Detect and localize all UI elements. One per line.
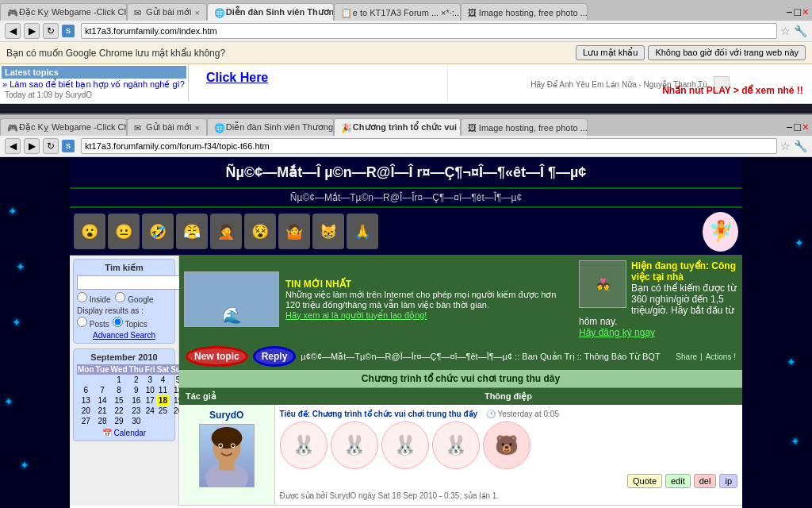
url-input-1[interactable] [81, 23, 777, 39]
maximize-btn-2[interactable]: □ [794, 121, 800, 133]
reload-btn-1[interactable]: ↻ [43, 23, 59, 39]
search-options: Inside Google Display results as : [77, 292, 171, 329]
cal-mon: Mon [77, 364, 95, 375]
advanced-search-link[interactable]: Advanced Search [77, 331, 171, 340]
never-save-btn[interactable]: Không bao giờ đối với trang web này [648, 45, 806, 60]
tab-1-send[interactable]: ✉ Gửi bài mới × [127, 3, 207, 21]
svg-rect-2 [219, 461, 234, 471]
message-cell: Tiêu đề: Chương trình tổ chức vui chơi t… [274, 405, 742, 506]
post-time: 🕐 Yesterday at 0:05 [486, 410, 559, 418]
tab-2-webcam[interactable]: 🎮 Đặc Kỵ Webgame -Click Ch... × [0, 118, 127, 136]
forward-btn-1[interactable]: ▶ [24, 23, 40, 39]
tab-2-forum[interactable]: 🌐 Diễn đàn Sinh viên Thương ... × [207, 118, 334, 136]
emoticon-6: 😵 [244, 214, 276, 249]
calendar-table: Mon Tue Wed Thu Fri Sat Sun [77, 364, 186, 426]
notification-text: Bạn có muốn Google Chrome lưu mật khẩu k… [6, 48, 225, 59]
bookmark-star-2[interactable]: ☆ [780, 140, 791, 152]
tab-1-forum-favicon: 🌐 [214, 8, 224, 17]
calendar-footer[interactable]: 📅 Calendar [77, 429, 171, 437]
url-input-2[interactable] [81, 138, 777, 154]
forum-area: Ñµ©¢—Mắt—Î µ©n—R@Î—Î r¤—Ç¶¬¤Î—¶«êt—Î ¶—µ… [70, 157, 742, 508]
special-emoticon: 🧚 [703, 212, 738, 252]
click-here-link[interactable]: Click Here [206, 71, 268, 85]
close-btn-1[interactable]: × [802, 6, 809, 18]
search-google-label: Google [115, 292, 153, 304]
bookmark-star-1[interactable]: ☆ [780, 25, 791, 37]
ip-btn[interactable]: ip [719, 474, 737, 488]
cal-thu: Thu [128, 364, 144, 375]
left-column: Tìm kiếm Go Inside [70, 256, 179, 506]
ad-body: Những việc làm mới trên Internet cho phé… [285, 290, 573, 310]
emoticon-5: 🤦 [210, 214, 242, 249]
back-btn-1[interactable]: ◀ [5, 23, 21, 39]
quote-btn[interactable]: Quote [627, 474, 662, 488]
emoticon-3: 🤣 [142, 214, 174, 249]
wrench-icon-1[interactable]: 🔧 [794, 25, 807, 37]
back-btn-2[interactable]: ◀ [5, 138, 21, 154]
tab-1-forum[interactable]: 🌐 Diễn đàn Sinh viên Thương ... × [207, 3, 334, 21]
svg-point-6 [219, 444, 222, 447]
star-3: ✦ [12, 316, 21, 329]
edit-btn[interactable]: edit [665, 474, 691, 488]
forward-btn-2[interactable]: ▶ [24, 138, 40, 154]
tab-bar-1: 🎮 Đặc Kỵ Webgame -Click Ch... × ✉ Gửi bà… [0, 0, 812, 21]
address-bar-1: ◀ ▶ ↻ S ☆ 🔧 [0, 21, 812, 42]
minimize-btn-1[interactable]: − [786, 6, 792, 18]
posts-label: Posts [77, 317, 109, 329]
star-8: ✦ [791, 435, 800, 448]
col-author: Tác giả [179, 388, 274, 405]
emoticon-1: 😮 [74, 214, 105, 249]
top-ad-text: Nhấn nút PLAY > để xem nhé !! [662, 85, 803, 96]
emoticons-row: 😮 😐 🤣 😤 🤦 😵 🤷 😸 🙏 🧚 [70, 208, 742, 256]
new-topic-btn[interactable]: New topic [186, 346, 248, 367]
tab-1-kt17-favicon: 📋 [341, 8, 350, 17]
tab-2-chuongtrinh[interactable]: 🎉 Chương trình tổ chức vui c... × [334, 118, 461, 136]
share-actions: Share | Actions ! [676, 352, 736, 361]
latest-topic-item[interactable]: » Làm sao để biết bạn hợp vố ngành nghề … [2, 79, 186, 90]
share-link[interactable]: Share [676, 352, 697, 361]
sticker-5: 🐻 [483, 421, 530, 469]
star-7: ✦ [787, 356, 796, 368]
ad-banner: 🌊 TIN MỚI NHẤT Những việc làm mới trên I… [179, 256, 742, 343]
author-name: SurydO [184, 410, 270, 421]
sticker-2: 🐰 [331, 421, 378, 469]
wrench-icon-2[interactable]: 🔧 [794, 140, 807, 152]
tab-2-image[interactable]: 🖼 Image hosting, free photo ... × [461, 118, 588, 136]
star-4: ✦ [4, 395, 13, 408]
close-btn-2[interactable]: × [802, 121, 809, 133]
svg-point-7 [232, 444, 235, 447]
forum-subtitle: Ñµ©¢—Mắt—Tµ©n—R@Î—Îr¤—Ç¶—¤î—¶êt—Î¶—µ¢ [70, 189, 742, 208]
tab-1-send-close[interactable]: × [194, 8, 199, 17]
col-message: Thông điệp [274, 388, 742, 405]
save-password-btn[interactable]: Lưu mật khẩu [576, 45, 645, 60]
search-row: Go [77, 275, 171, 290]
tab-1-image-favicon: 🖼 [468, 8, 477, 17]
display-topics-radio[interactable] [113, 317, 123, 327]
calendar-box: September 2010 Mon Tue Wed Thu Fri Sat S… [73, 348, 175, 441]
tab-2-send-close[interactable]: × [194, 123, 199, 133]
ad-image: 🌊 [184, 271, 279, 327]
star-2: ✦ [16, 260, 25, 273]
del-btn[interactable]: del [694, 474, 717, 488]
emoticon-2: 😐 [108, 214, 140, 249]
display-posts-radio[interactable] [77, 317, 87, 327]
ad-link[interactable]: Hãy xem ai là người tuyển lao động! [285, 310, 573, 321]
star-5: ✦ [20, 459, 29, 471]
tab-2-send[interactable]: ✉ Gửi bài mới × [127, 118, 207, 136]
reload-btn-2[interactable]: ↻ [43, 138, 59, 154]
tab-1-webcam[interactable]: 🎮 Đặc Kỵ Webgame -Click Ch... × [0, 3, 127, 21]
search-google-radio[interactable] [115, 292, 125, 302]
reply-btn[interactable]: Reply [253, 346, 297, 367]
actions-link[interactable]: Actions ! [706, 352, 736, 361]
cal-fri: Fri [144, 364, 156, 375]
ad-right-link[interactable]: Hãy đăng ký ngay [579, 327, 737, 338]
ad-title: TIN MỚI NHẤT [285, 279, 573, 290]
search-title: Tìm kiếm [77, 263, 171, 273]
tab-1-image[interactable]: 🖼 Image hosting, free photo ... × [461, 3, 588, 21]
minimize-btn-2[interactable]: − [786, 121, 792, 133]
search-input[interactable] [77, 275, 191, 290]
avatar-svg [200, 425, 254, 487]
maximize-btn-1[interactable]: □ [794, 6, 800, 18]
tab-1-kt17[interactable]: 📋 e to KT17A3 Forum ... ×*·:... × [334, 3, 461, 21]
search-inside-radio[interactable] [77, 292, 87, 302]
